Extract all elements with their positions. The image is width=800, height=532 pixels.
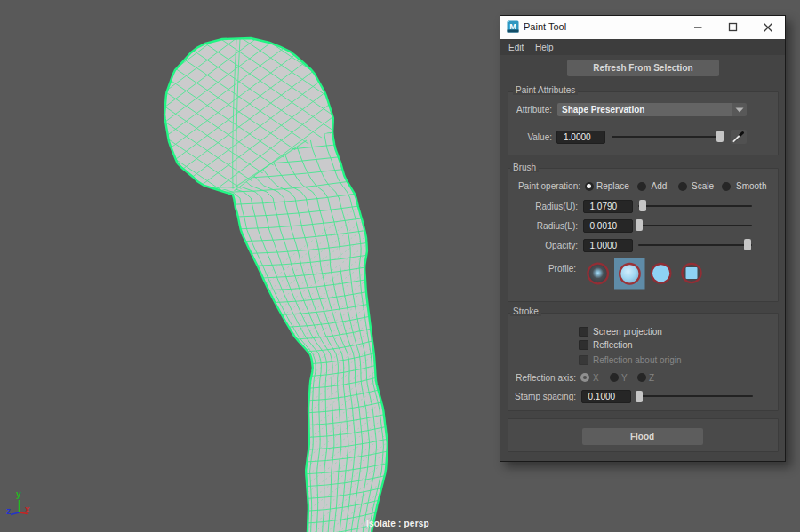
svg-text:z: z [6, 506, 11, 516]
svg-text:x: x [25, 504, 30, 514]
svg-text:M: M [509, 22, 516, 31]
svg-text:y: y [16, 489, 21, 499]
